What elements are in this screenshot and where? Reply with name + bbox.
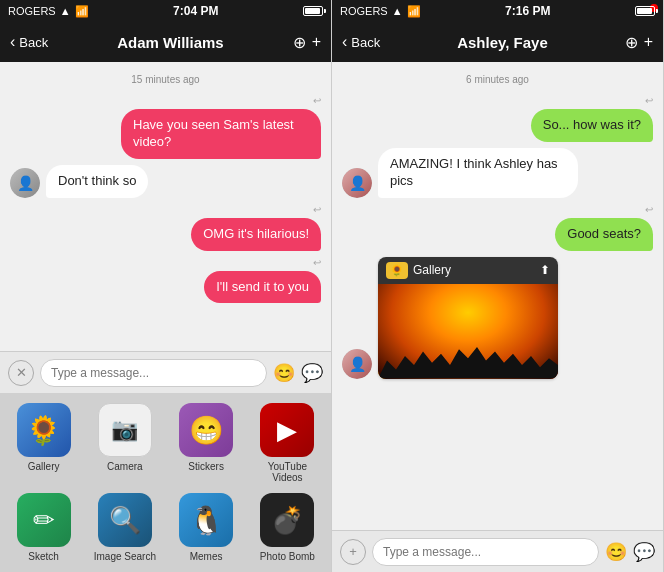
signal-icon-left: ▲ bbox=[60, 5, 71, 17]
gallery-app-icon: 🌻 bbox=[386, 262, 408, 279]
app-imagesearch[interactable]: 🔍 Image Search bbox=[89, 493, 160, 562]
table-row: 👤 Don't think so bbox=[10, 165, 321, 198]
battery-right bbox=[635, 6, 655, 16]
clear-icon: ✕ bbox=[16, 365, 27, 380]
nav-icons-left: ⊕ + bbox=[293, 33, 321, 52]
avatar-right1: 👤 bbox=[342, 168, 372, 198]
wifi-icon-right: 📶 bbox=[407, 5, 421, 18]
back-arrow-left: ‹ bbox=[10, 33, 15, 51]
app-memes[interactable]: 🐧 Memes bbox=[171, 493, 242, 562]
nav-title-left: Adam Williams bbox=[48, 34, 292, 51]
stickers-icon: 😁 bbox=[179, 403, 233, 457]
table-row: 👤 AMAZING! I think Ashley has pics bbox=[342, 148, 653, 198]
carrier-left: ROGERS bbox=[8, 5, 56, 17]
table-row: ↩ Have you seen Sam's latest video? bbox=[10, 95, 321, 159]
back-button-left[interactable]: ‹ Back bbox=[10, 33, 48, 51]
back-button-right[interactable]: ‹ Back bbox=[342, 33, 380, 51]
app-sketch[interactable]: ✏ Sketch bbox=[8, 493, 79, 562]
app-photobomb[interactable]: 💣 Photo Bomb bbox=[252, 493, 323, 562]
back-label-left: Back bbox=[19, 35, 48, 50]
time-right: 7:16 PM bbox=[505, 4, 550, 18]
battery-left bbox=[303, 6, 323, 16]
chat-area-left: 15 minutes ago ↩ Have you seen Sam's lat… bbox=[0, 62, 331, 351]
app-gallery[interactable]: 🌻 Gallery bbox=[8, 403, 79, 483]
app-grid: 🌻 Gallery 📷 Camera 😁 Stickers ▶ YouTube … bbox=[0, 393, 331, 572]
table-row: 👤 🌻 Gallery ⬆ bbox=[342, 257, 653, 379]
status-bar-left: ROGERS ▲ 📶 7:04 PM bbox=[0, 0, 331, 22]
bubble-pmsg2: AMAZING! I think Ashley has pics bbox=[378, 148, 578, 198]
delivery-icon: ↩ bbox=[645, 204, 653, 215]
photobomb-label: Photo Bomb bbox=[260, 551, 315, 562]
panel-left: ROGERS ▲ 📶 7:04 PM ‹ Back Adam Williams … bbox=[0, 0, 332, 572]
message-input-left[interactable] bbox=[40, 359, 267, 387]
emoji-button-left[interactable]: 😊 bbox=[273, 362, 295, 384]
timestamp-left: 15 minutes ago bbox=[10, 74, 321, 85]
app-stickers[interactable]: 😁 Stickers bbox=[171, 403, 242, 483]
camera-icon: 📷 bbox=[98, 403, 152, 457]
nav-title-right: Ashley, Faye bbox=[380, 34, 624, 51]
add-button-right[interactable]: + bbox=[340, 539, 366, 565]
input-bar-right: + 😊 💬 bbox=[332, 530, 663, 572]
app-youtube[interactable]: ▶ YouTube Videos bbox=[252, 403, 323, 483]
gallery-share-icon[interactable]: ⬆ bbox=[540, 263, 550, 277]
signal-icon-right: ▲ bbox=[392, 5, 403, 17]
bubble-msg4: I'll send it to you bbox=[204, 271, 321, 304]
avatar-left1: 👤 bbox=[10, 168, 40, 198]
youtube-icon: ▶ bbox=[260, 403, 314, 457]
back-arrow-right: ‹ bbox=[342, 33, 347, 51]
bubble-pmsg1: So... how was it? bbox=[531, 109, 653, 142]
bubble-pmsg3: Good seats? bbox=[555, 218, 653, 251]
bubble-msg3: OMG it's hilarious! bbox=[191, 218, 321, 251]
emoji-button-right[interactable]: 😊 bbox=[605, 541, 627, 563]
imagesearch-label: Image Search bbox=[94, 551, 156, 562]
avatar-right2: 👤 bbox=[342, 349, 372, 379]
search-icon-right[interactable]: ⊕ bbox=[625, 33, 638, 52]
crowd-silhouette bbox=[378, 334, 558, 379]
table-row: ↩ Good seats? bbox=[342, 204, 653, 251]
add-icon: + bbox=[349, 544, 357, 559]
send-button-right[interactable]: 💬 bbox=[633, 541, 655, 563]
imagesearch-icon: 🔍 bbox=[98, 493, 152, 547]
gallery-card-label: Gallery bbox=[413, 263, 451, 277]
timestamp-right: 6 minutes ago bbox=[342, 74, 653, 85]
nav-bar-right: ‹ Back Ashley, Faye ⊕ + bbox=[332, 22, 663, 62]
sketch-label: Sketch bbox=[28, 551, 59, 562]
table-row: ↩ So... how was it? bbox=[342, 95, 653, 142]
sketch-icon: ✏ bbox=[17, 493, 71, 547]
nav-bar-left: ‹ Back Adam Williams ⊕ + bbox=[0, 22, 331, 62]
panel-right: ROGERS ▲ 📶 7:16 PM ‹ Back Ashley, Faye ⊕… bbox=[332, 0, 664, 572]
table-row: ↩ I'll send it to you bbox=[10, 257, 321, 304]
gallery-image bbox=[378, 284, 558, 379]
add-icon-left[interactable]: + bbox=[312, 33, 321, 51]
status-bar-right: ROGERS ▲ 📶 7:16 PM bbox=[332, 0, 663, 22]
message-input-right[interactable] bbox=[372, 538, 599, 566]
delivery-icon: ↩ bbox=[313, 257, 321, 268]
gallery-icon: 🌻 bbox=[17, 403, 71, 457]
time-left: 7:04 PM bbox=[173, 4, 218, 18]
memes-icon: 🐧 bbox=[179, 493, 233, 547]
gallery-card[interactable]: 🌻 Gallery ⬆ bbox=[378, 257, 558, 379]
delivery-icon: ↩ bbox=[645, 95, 653, 106]
back-label-right: Back bbox=[351, 35, 380, 50]
gallery-card-header: 🌻 Gallery ⬆ bbox=[378, 257, 558, 284]
photobomb-icon: 💣 bbox=[260, 493, 314, 547]
input-bar-left: ✕ 😊 💬 bbox=[0, 351, 331, 393]
delivery-icon: ↩ bbox=[313, 204, 321, 215]
app-camera[interactable]: 📷 Camera bbox=[89, 403, 160, 483]
bubble-msg1: Have you seen Sam's latest video? bbox=[121, 109, 321, 159]
memes-label: Memes bbox=[190, 551, 223, 562]
concert-visual bbox=[378, 284, 558, 379]
table-row: ↩ OMG it's hilarious! bbox=[10, 204, 321, 251]
gallery-label: Gallery bbox=[28, 461, 60, 472]
nav-icons-right: ⊕ + bbox=[625, 33, 653, 52]
wifi-icon-left: 📶 bbox=[75, 5, 89, 18]
chat-area-right: 6 minutes ago ↩ So... how was it? 👤 AMAZ… bbox=[332, 62, 663, 530]
bubble-msg2: Don't think so bbox=[46, 165, 148, 198]
delivery-icon: ↩ bbox=[313, 95, 321, 106]
add-icon-right[interactable]: + bbox=[644, 33, 653, 51]
camera-label: Camera bbox=[107, 461, 143, 472]
search-icon-left[interactable]: ⊕ bbox=[293, 33, 306, 52]
clear-button[interactable]: ✕ bbox=[8, 360, 34, 386]
send-button-left[interactable]: 💬 bbox=[301, 362, 323, 384]
carrier-right: ROGERS bbox=[340, 5, 388, 17]
